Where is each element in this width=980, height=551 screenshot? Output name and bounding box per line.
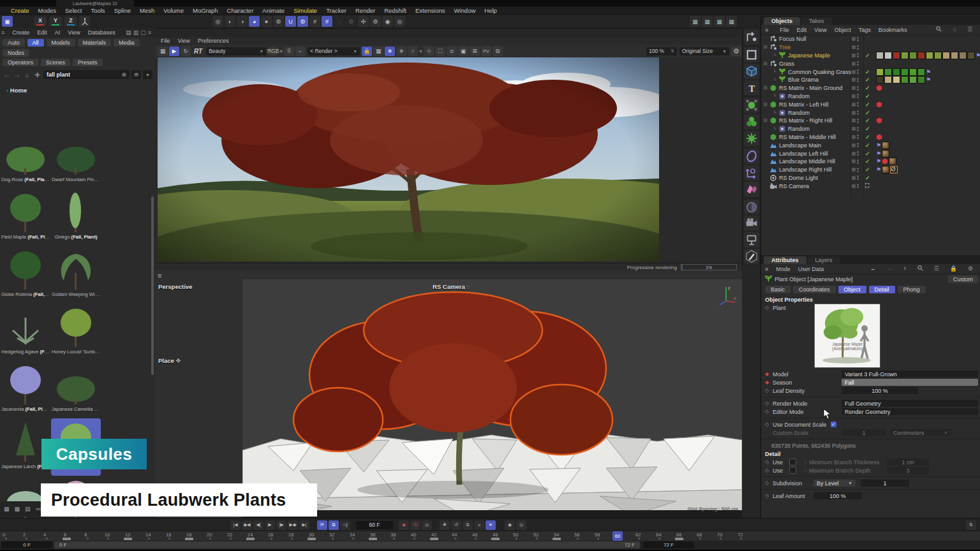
simulation-gear-tool-icon[interactable] (744, 131, 759, 146)
record-scale-icon[interactable]: ⧉ (463, 520, 473, 530)
refresh-icon[interactable]: ↻ (181, 47, 191, 56)
go-start-button[interactable]: |◀ (230, 520, 241, 530)
current-frame-field[interactable]: 60 F (356, 521, 393, 529)
asset-item-hedgehog-agave[interactable]: Hedgehog Agave (Fall, Plant) (1, 304, 50, 361)
filter-tab-scenes[interactable]: Scenes (41, 59, 70, 66)
material-swatch[interactable] (876, 52, 884, 59)
redshift-tag-icon[interactable] (876, 117, 882, 124)
go-end-button[interactable]: ▶| (299, 520, 309, 530)
leaf-density-field[interactable]: 100 % (842, 387, 918, 394)
snap-icon[interactable]: U (285, 16, 296, 27)
snap-gear-icon[interactable]: ⚙ (297, 16, 308, 27)
perspective-viewport[interactable]: ≡ Perspective RS Camera ○ Place ✥ Grid S… (155, 270, 742, 518)
attr-tab-button-detail[interactable]: Detail (869, 286, 895, 293)
om-enabled-check[interactable]: ✓ (865, 126, 870, 132)
generator-tool-icon[interactable] (744, 98, 759, 113)
dim-a-icon[interactable]: ◌ (334, 16, 345, 27)
axis-helper-tool-icon[interactable] (744, 165, 759, 180)
asset-item-japanese-camellia[interactable]: Japanese Camellia (Fall, Plant) (51, 361, 101, 418)
material-swatch[interactable] (917, 76, 925, 84)
null-tool-icon[interactable] (744, 29, 759, 45)
om-home-icon[interactable]: ⌂ (949, 26, 960, 33)
asset-menu-ai[interactable]: AI (51, 29, 64, 36)
material-swatch[interactable] (893, 52, 900, 59)
material-swatch[interactable] (909, 68, 917, 76)
axis-gear-icon[interactable]: ⚙ (273, 16, 284, 27)
menu-item-extensions[interactable]: Extensions (411, 7, 449, 14)
redshift-tag-icon[interactable] (876, 85, 882, 91)
breadcrumb[interactable]: ‹ Home (0, 79, 155, 94)
attr-search-icon[interactable] (914, 265, 927, 272)
om-caret[interactable]: ⊟ (762, 61, 769, 66)
asset-store-icon[interactable]: ⛃ (131, 70, 141, 79)
om-visibility-dots[interactable] (852, 175, 859, 180)
om-menu-edit[interactable]: Edit (793, 27, 811, 33)
attr-tab-button-object[interactable]: Object (838, 286, 866, 293)
material-swatch[interactable] (901, 76, 909, 84)
material-swatch[interactable] (909, 76, 917, 84)
add-image-icon[interactable]: ⊞ (470, 47, 480, 56)
modeling-solid-icon[interactable]: ◕ (249, 16, 260, 27)
view-detach-icon[interactable]: ▢ (140, 29, 146, 36)
expand-icon[interactable]: ⛶ (435, 47, 445, 56)
menu-item-render[interactable]: Render (351, 7, 380, 14)
custom-scale-field[interactable]: 1 (842, 429, 886, 436)
sound-icon[interactable]: ◁) (340, 520, 350, 530)
next-key-button[interactable]: ▶◆ (288, 520, 298, 530)
om-enabled-check[interactable]: ✓ (865, 69, 870, 75)
om-visibility-dots[interactable] (852, 61, 859, 66)
om-row-random[interactable]: └Random✓ (761, 92, 980, 101)
menu-item-simulate[interactable]: Simulate (289, 7, 322, 14)
om-row-common-quaking-grass[interactable]: └Common Quaking Grass✓⚑ (761, 68, 980, 76)
record-position-icon[interactable]: ✥ (440, 520, 450, 530)
view-split-icon[interactable]: ▥ (133, 29, 139, 36)
material-swatch[interactable] (901, 68, 909, 76)
flag-tag-icon[interactable]: ⚑ (926, 69, 931, 75)
render-mode-dropdown[interactable]: Full Geometry (842, 400, 978, 407)
asset-menu-databases[interactable]: Databases (84, 29, 119, 36)
om-row-rs-dome-light[interactable]: RS Dome Light✓ (761, 174, 980, 182)
app-mode-icon[interactable]: ▣ (2, 16, 13, 27)
modeling-quarter-icon[interactable]: ◑ (237, 16, 248, 27)
loop-icon[interactable]: ⟳ (317, 520, 327, 530)
menu-item-tools[interactable]: Tools (86, 7, 109, 14)
material-swatch[interactable] (901, 52, 909, 59)
rt-label[interactable]: RT (194, 48, 202, 55)
nav-forward-icon[interactable]: → (13, 71, 21, 78)
asset-dropdown-icon[interactable]: ▾ (143, 70, 152, 79)
workplane-icon[interactable]: # (309, 16, 320, 27)
om-enabled-check[interactable]: ✓ (865, 117, 870, 124)
material-swatch[interactable] (967, 52, 975, 59)
attr-up-icon[interactable]: ↑ (900, 265, 910, 272)
rgb-dropdown-icon[interactable]: ▼ (279, 49, 283, 54)
om-visibility-dots[interactable] (852, 53, 859, 57)
leaf-amount-field[interactable]: 100 % (813, 492, 862, 499)
redshift-tag-icon[interactable] (876, 101, 882, 108)
om-row-random[interactable]: └Random✓ (761, 125, 980, 133)
redshift-tag-icon[interactable] (882, 158, 888, 165)
attr-tab-layers[interactable]: Layers (808, 256, 840, 264)
cluster-tool-icon[interactable] (744, 114, 759, 129)
use-max-branch-checkbox[interactable]: ✓ (789, 467, 796, 474)
asset-item-ginkgo[interactable]: Ginkgo (Fall, Plant) (51, 189, 101, 246)
om-enabled-check[interactable]: ✓ (865, 85, 870, 91)
attr-lock-icon[interactable]: 🔒 (946, 265, 961, 272)
solo-off-icon[interactable]: ◉ (505, 520, 515, 530)
om-enabled-check[interactable]: ✓ (865, 175, 870, 181)
om-enabled-check[interactable]: ✓ (865, 166, 870, 173)
solo-single-icon[interactable]: ◎ (516, 520, 526, 530)
modeling-dot-icon[interactable]: ● (261, 16, 272, 27)
render-dropdown[interactable]: < Render >▼ (308, 47, 360, 55)
picture-viewer-icon[interactable]: PV (481, 47, 491, 56)
asset-menu-view[interactable]: View (64, 29, 84, 36)
camera-tool-icon[interactable] (744, 216, 759, 231)
max-branch-field[interactable]: 3 (887, 467, 929, 474)
view-menu-icon[interactable]: ≡ (148, 29, 151, 36)
om-visibility-dots[interactable] (852, 143, 859, 147)
filter-tab-media[interactable]: Media (114, 39, 140, 47)
material-swatch[interactable] (893, 68, 900, 76)
om-row-focus-null[interactable]: Focus Null (761, 35, 980, 43)
om-visibility-dots[interactable] (852, 135, 859, 139)
material-swatch[interactable] (893, 76, 900, 84)
om-search-icon[interactable] (932, 26, 946, 33)
